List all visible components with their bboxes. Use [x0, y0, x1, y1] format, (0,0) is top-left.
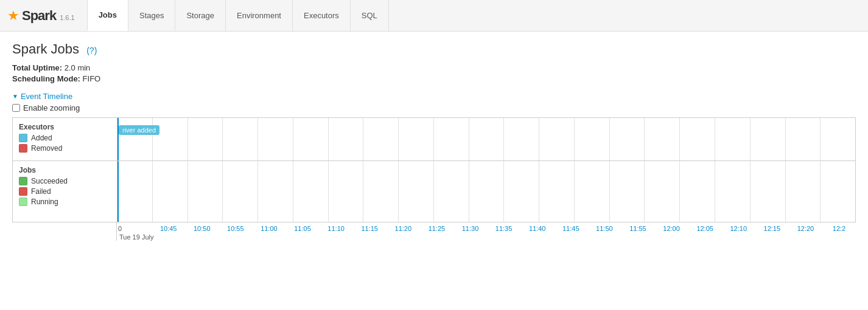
gc-21 [821, 118, 855, 160]
collapse-triangle: ▼ [12, 93, 18, 100]
gc-14 [575, 118, 610, 160]
jgc-14 [575, 161, 610, 222]
jgc-20 [786, 161, 821, 222]
executor-added-legend: Added [19, 134, 111, 142]
time-cursor-jobs [117, 161, 119, 222]
jgc-8 [363, 161, 399, 222]
time-label-1145: 11:45 [554, 225, 587, 232]
gc-11 [469, 118, 505, 160]
brand: ★ Spark 1.6.1 [7, 8, 75, 24]
spark-logo-star: ★ [7, 9, 19, 22]
time-label-1050: 10:50 [185, 225, 219, 232]
job-succeeded-legend: Succeeded [19, 177, 111, 185]
removed-swatch [19, 144, 27, 153]
time-axis-legend-spacer [12, 222, 117, 241]
removed-label: Removed [31, 144, 62, 153]
jgc-7 [329, 161, 364, 222]
enable-zoom-checkbox[interactable] [12, 104, 20, 112]
timeline-header-label: Event Timeline [21, 92, 72, 101]
running-swatch [19, 198, 27, 206]
executors-title: Executors [19, 123, 111, 131]
nav-executors[interactable]: Executors [293, 0, 351, 31]
time-label-0: 0 [117, 225, 152, 232]
uptime-row: Total Uptime: 2.0 min [12, 63, 856, 72]
enable-zoom-label: Enable zooming [23, 103, 80, 112]
scheduling-row: Scheduling Mode: FIFO [12, 74, 856, 83]
nav-environment[interactable]: Environment [226, 0, 293, 31]
nav-storage[interactable]: Storage [175, 0, 226, 31]
job-failed-legend: Failed [19, 187, 111, 196]
spark-version: 1.6.1 [60, 14, 74, 21]
uptime-value: 2.0 min [65, 63, 91, 72]
gc-10 [434, 118, 469, 160]
time-labels: 0 10:45 10:50 10:55 11:00 11:05 11:10 11… [117, 222, 856, 232]
time-label-122x: 12:2 [822, 225, 856, 232]
succeeded-label: Succeeded [31, 177, 68, 185]
executors-section: Executors Added Removed [13, 118, 855, 161]
page-title-text: Spark Jobs [12, 41, 79, 57]
jgc-12 [504, 161, 539, 222]
executor-removed-legend: Removed [19, 144, 111, 153]
time-label-1210: 12:10 [722, 225, 755, 232]
scheduling-label: Scheduling Mode: [12, 74, 80, 83]
time-label-1130: 11:30 [453, 225, 487, 232]
running-label: Running [31, 198, 58, 206]
gc-4 [223, 118, 258, 160]
jobs-section: Jobs Succeeded Failed Running [13, 161, 855, 222]
date-label: Tue 19 July [117, 233, 856, 241]
jgc-2 [153, 161, 188, 222]
executors-grid [117, 118, 855, 160]
added-label: Added [31, 134, 52, 142]
gc-13 [539, 118, 575, 160]
jgc-3 [188, 161, 223, 222]
gc-6 [293, 118, 329, 160]
time-label-1125: 11:25 [420, 225, 453, 232]
time-label-1135: 11:35 [487, 225, 520, 232]
time-label-1105: 11:05 [285, 225, 319, 232]
time-label-1200: 12:00 [655, 225, 688, 232]
time-label-1045: 10:45 [152, 225, 185, 232]
driver-added-label: river added [119, 125, 159, 135]
time-label-1220: 12:20 [789, 225, 822, 232]
jgc-9 [399, 161, 434, 222]
time-label-1120: 11:20 [387, 225, 420, 232]
jgc-11 [469, 161, 505, 222]
navbar: ★ Spark 1.6.1 Jobs Stages Storage Enviro… [0, 0, 868, 32]
time-label-1110: 11:10 [320, 225, 353, 232]
jgc-5 [258, 161, 293, 222]
enable-zoom-row: Enable zooming [12, 103, 856, 112]
failed-swatch [19, 187, 27, 196]
nav-stages[interactable]: Stages [128, 0, 175, 31]
gc-7 [329, 118, 364, 160]
help-link[interactable]: (?) [86, 46, 97, 55]
gc-5 [258, 118, 293, 160]
jgc-6 [293, 161, 329, 222]
jobs-grid [117, 161, 855, 222]
time-label-1215: 12:15 [755, 225, 789, 232]
gc-8 [363, 118, 399, 160]
jobs-chart [117, 161, 855, 222]
gc-17 [680, 118, 715, 160]
time-label-1140: 11:40 [520, 225, 554, 232]
gc-16 [645, 118, 680, 160]
job-running-legend: Running [19, 198, 111, 206]
timeline-toggle[interactable]: ▼ Event Timeline [12, 92, 856, 101]
jgc-19 [751, 161, 786, 222]
scheduling-value: FIFO [83, 74, 101, 83]
time-label-1100: 11:00 [252, 225, 285, 232]
time-label-1150: 11:50 [587, 225, 621, 232]
page-title: Spark Jobs (?) [12, 41, 856, 57]
executors-legend: Executors Added Removed [13, 118, 117, 160]
failed-label: Failed [31, 187, 51, 196]
nav-sql[interactable]: SQL [351, 0, 389, 31]
gc-12 [504, 118, 539, 160]
jgc-4 [223, 161, 258, 222]
executors-chart: river added [117, 118, 855, 160]
jgc-1 [117, 161, 153, 222]
gc-20 [786, 118, 821, 160]
gc-15 [610, 118, 645, 160]
jgc-21 [821, 161, 855, 222]
jgc-15 [610, 161, 645, 222]
jgc-16 [645, 161, 680, 222]
nav-jobs[interactable]: Jobs [87, 0, 128, 31]
